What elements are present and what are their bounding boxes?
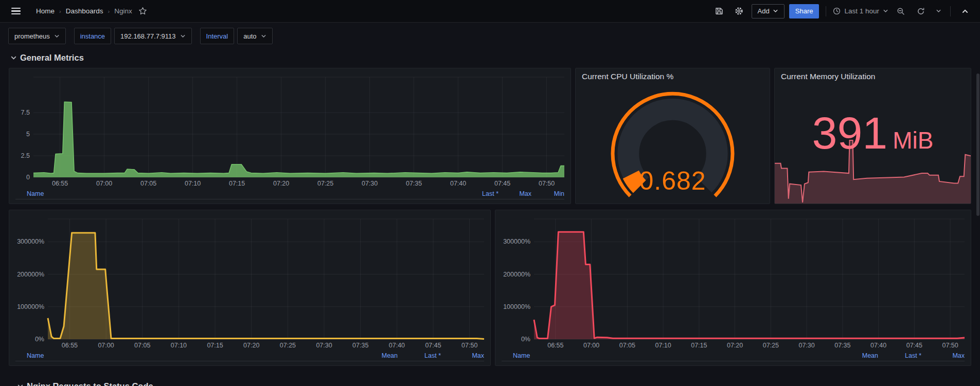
x-axis-tick: 07:35 — [834, 342, 850, 349]
x-axis-tick: 07:05 — [140, 180, 156, 187]
instance-variable-label: instance — [74, 28, 111, 44]
cpu-utilization-gauge[interactable]: 0.682 — [576, 84, 770, 204]
x-axis-tick: 06:55 — [547, 342, 563, 349]
legend-header: NameLast *MaxMin — [15, 189, 564, 199]
breadcrumb-separator-icon: › — [108, 8, 110, 14]
legend-column-header[interactable]: Mean — [835, 352, 878, 359]
legend-column-header[interactable]: Last * — [398, 352, 441, 359]
network-output-chart[interactable]: 0%100000%200000%300000%06:5507:0007:0507… — [498, 214, 968, 351]
time-range-picker[interactable]: Last 1 hour — [833, 7, 888, 15]
refresh-icon — [917, 7, 925, 15]
legend-item: net_bytes_sent29567%4639%330217% — [502, 361, 965, 366]
legend-column-header[interactable]: Max — [441, 352, 484, 359]
x-axis-tick: 07:25 — [280, 342, 296, 349]
panel-title[interactable]: Network Ouput — [495, 210, 971, 214]
chevron-down-icon — [10, 54, 17, 61]
panel-title[interactable]: CPU Usage — [9, 68, 571, 72]
panel-cpu-usage: CPU Usage 02.557.506:5507:0007:0507:1007… — [9, 68, 571, 204]
chevron-down-icon — [54, 33, 60, 39]
legend-column-header[interactable]: Mean — [354, 352, 398, 359]
scrollbar-thumb[interactable] — [976, 73, 979, 216]
series-name[interactable]: 192.168.77.7:9113 — [27, 203, 80, 205]
toolbar-divider — [950, 6, 951, 16]
y-axis-tick: 5 — [26, 131, 30, 138]
cpu-usage-chart[interactable]: 02.557.506:5507:0007:0507:1007:1507:2007… — [12, 72, 567, 189]
legend-column-header[interactable]: Min — [531, 190, 564, 197]
save-icon — [715, 7, 723, 15]
legend-column-header[interactable]: Max — [921, 352, 965, 359]
x-axis-tick: 07:45 — [425, 342, 441, 349]
zoom-out-time-button[interactable] — [893, 4, 908, 19]
datasource-picker[interactable]: prometheus — [8, 28, 66, 44]
panel-title[interactable]: Network Input — [9, 210, 490, 214]
y-axis-tick: 200000% — [17, 271, 44, 278]
dashboard-settings-button[interactable] — [732, 4, 747, 19]
row-title: General Metrics — [20, 53, 84, 63]
y-axis-tick: 300000% — [17, 238, 44, 245]
series-line — [534, 232, 965, 338]
y-axis-tick: 300000% — [503, 238, 530, 245]
series-area — [534, 232, 965, 339]
legend-value: 4639% — [878, 364, 921, 366]
y-axis-tick: 200000% — [503, 271, 530, 278]
x-axis-tick: 07:30 — [316, 342, 332, 349]
interval-variable-value: auto — [243, 32, 256, 40]
legend-column-header[interactable]: Last * — [878, 352, 921, 359]
hamburger-icon — [11, 8, 21, 15]
sparkline-area — [775, 140, 971, 204]
row-general-metrics[interactable]: General Metrics — [0, 49, 980, 68]
gear-icon — [735, 7, 743, 15]
network-input-legend: NameMeanLast *Maxnet_bytes_recv28924%737… — [9, 351, 490, 366]
chevron-down-icon — [773, 8, 778, 14]
breadcrumb: Home › Dashboards › Nginx — [36, 5, 149, 17]
share-button[interactable]: Share — [789, 4, 819, 19]
interval-variable-label: Interval — [200, 28, 235, 44]
breadcrumb-separator-icon: › — [59, 8, 61, 14]
breadcrumb-home[interactable]: Home — [36, 7, 55, 15]
row-title: Nginx Requests to Status Code — [27, 381, 153, 386]
menu-toggle-button[interactable] — [8, 4, 24, 19]
chevron-down-icon — [883, 8, 888, 14]
panel-title[interactable]: Current CPU Utilization % — [576, 68, 770, 84]
refresh-button[interactable] — [913, 4, 929, 19]
legend-column-header[interactable]: Max — [498, 190, 531, 197]
clock-icon — [833, 7, 841, 15]
x-axis-tick: 07:25 — [763, 342, 779, 349]
legend-header: NameMeanLast *Max — [15, 351, 484, 361]
chevron-up-icon — [961, 8, 969, 15]
x-axis-tick: 07:05 — [619, 342, 635, 349]
legend-column-header[interactable]: Last * — [466, 190, 498, 197]
kiosk-mode-button[interactable] — [957, 4, 973, 19]
zoom-out-icon — [897, 7, 905, 15]
datasource-value: prometheus — [14, 32, 50, 40]
gauge-value: 0.682 — [576, 166, 770, 196]
chevron-down-icon — [17, 383, 24, 386]
save-dashboard-button[interactable] — [711, 4, 727, 19]
add-panel-button[interactable]: Add — [752, 4, 785, 19]
instance-variable-picker[interactable]: 192.168.77.7:9113 — [114, 28, 191, 44]
y-axis-tick: 2.5 — [21, 152, 30, 159]
breadcrumb-dashboards[interactable]: Dashboards — [66, 7, 103, 15]
x-axis-tick: 07:40 — [389, 342, 405, 349]
chevron-down-icon — [261, 33, 266, 39]
top-nav-bar: Home › Dashboards › Nginx Add Share Last… — [0, 0, 980, 23]
chevron-down-icon — [180, 33, 186, 39]
panel-title[interactable]: Current Memory Utilization — [775, 68, 971, 84]
favorite-star-button[interactable] — [137, 5, 149, 17]
x-axis-tick: 07:20 — [243, 342, 259, 349]
star-icon — [138, 7, 147, 15]
y-axis-tick: 7.5 — [21, 109, 30, 116]
refresh-interval-dropdown[interactable] — [933, 4, 943, 19]
interval-variable-picker[interactable]: auto — [237, 28, 272, 44]
series-name[interactable]: net_bytes_sent — [513, 364, 557, 366]
panel-network-output: Network Ouput 0%100000%200000%300000%06:… — [495, 210, 971, 366]
network-input-chart[interactable]: 0%100000%200000%300000%06:5507:0007:0507… — [12, 214, 487, 351]
legend-value: 737% — [398, 364, 441, 366]
series-name[interactable]: net_bytes_recv — [27, 364, 70, 366]
y-axis-tick: 0% — [521, 336, 530, 343]
row-nginx-requests[interactable]: Nginx Requests to Status Code — [7, 380, 153, 386]
memory-utilization-stat[interactable]: 391 MiB — [775, 84, 971, 204]
instance-variable-group: instance 192.168.77.7:9113 — [74, 28, 192, 44]
legend-header: NameMeanLast *Max — [502, 351, 965, 361]
panel-cpu-gauge: Current CPU Utilization % 0.682 — [575, 68, 770, 204]
